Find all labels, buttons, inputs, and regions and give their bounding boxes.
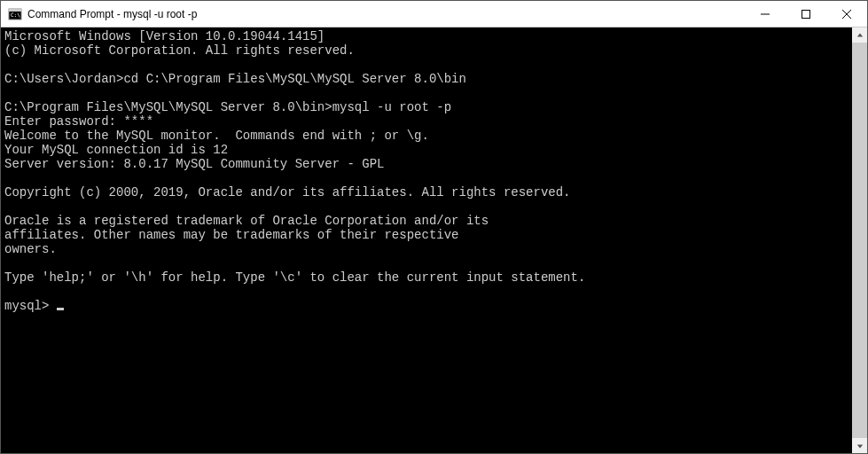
scroll-up-arrow-icon[interactable] [852, 27, 867, 43]
terminal-line: affiliates. Other names may be trademark… [4, 228, 848, 242]
terminal-line: Server version: 8.0.17 MySQL Community S… [4, 157, 848, 171]
cmd-icon: C:\ [8, 7, 22, 21]
terminal-line: C:\Program Files\MySQL\MySQL Server 8.0\… [4, 100, 848, 114]
terminal-prompt-line[interactable]: mysql> [4, 299, 848, 313]
terminal-content[interactable]: Microsoft Windows [Version 10.0.19044.14… [1, 27, 852, 453]
terminal-line: Copyright (c) 2000, 2019, Oracle and/or … [4, 185, 848, 200]
terminal-line [4, 200, 848, 214]
terminal-line: owners. [4, 242, 848, 256]
terminal-line: Type 'help;' or '\h' for help. Type '\c'… [4, 270, 848, 285]
terminal-line [4, 58, 848, 72]
scroll-down-arrow-icon[interactable] [852, 438, 867, 453]
terminal-line: Your MySQL connection id is 12 [4, 143, 848, 157]
cursor-icon [57, 308, 64, 310]
svg-rect-4 [802, 10, 810, 18]
terminal-line: Microsoft Windows [Version 10.0.19044.14… [4, 29, 848, 43]
close-button[interactable] [826, 1, 867, 27]
terminal-line [4, 171, 848, 185]
window-title: Command Prompt - mysql -u root -p [27, 8, 745, 20]
terminal-area: Microsoft Windows [Version 10.0.19044.14… [1, 27, 867, 453]
vertical-scrollbar[interactable] [852, 27, 867, 453]
titlebar[interactable]: C:\ Command Prompt - mysql -u root -p [1, 1, 867, 27]
minimize-button[interactable] [745, 1, 786, 27]
terminal-line [4, 86, 848, 100]
terminal-line: Oracle is a registered trademark of Orac… [4, 214, 848, 228]
svg-text:C:\: C:\ [11, 12, 20, 18]
terminal-line [4, 285, 848, 299]
terminal-line [4, 256, 848, 270]
scroll-track[interactable] [852, 43, 867, 438]
terminal-line: Enter password: **** [4, 114, 848, 129]
terminal-line: (c) Microsoft Corporation. All rights re… [4, 43, 848, 58]
terminal-line: Welcome to the MySQL monitor. Commands e… [4, 129, 848, 143]
maximize-button[interactable] [786, 1, 826, 27]
scroll-thumb[interactable] [852, 43, 867, 438]
window-controls [745, 1, 867, 27]
terminal-line: C:\Users\Jordan>cd C:\Program Files\MySQ… [4, 72, 848, 86]
